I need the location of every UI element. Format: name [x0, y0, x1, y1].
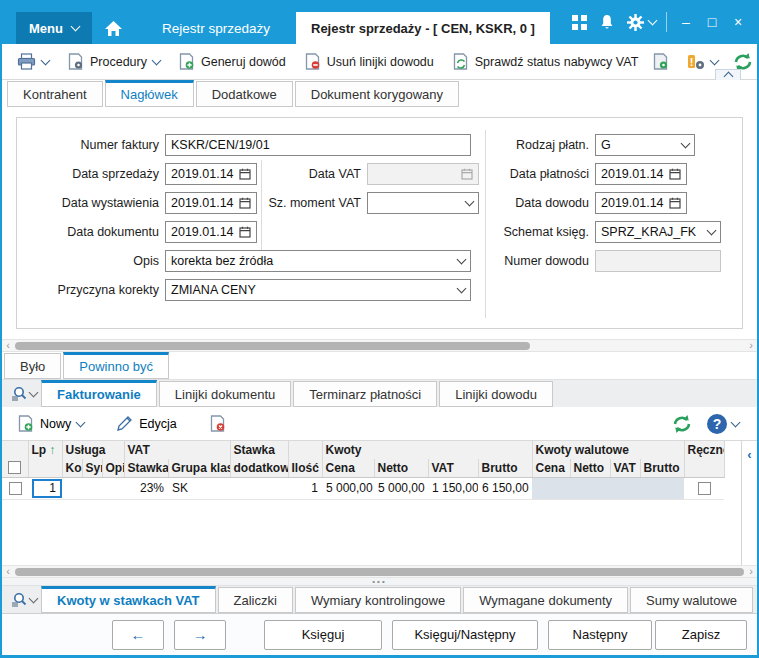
generuj-dowod-button[interactable]: Generuj dowód — [173, 49, 291, 74]
tab-powinno-byc[interactable]: Powinno być — [63, 352, 169, 379]
active-document-tab[interactable]: Rejestr sprzedaży - [ CEN, KSKR, 0 ] — [296, 12, 550, 44]
col-stawka-header[interactable]: Stawka — [124, 459, 168, 477]
tab-linijki-dokumentu[interactable]: Linijki dokumentu — [159, 381, 291, 407]
stawka-cell[interactable]: 23% — [124, 477, 168, 499]
tab-wymiary-kontrolingowe[interactable]: Wymiary kontrolingowe — [295, 587, 461, 613]
scroll-right-icon[interactable]: › — [745, 566, 757, 577]
focused-cell[interactable]: 1 — [32, 479, 62, 498]
tab-sumy-walutowe[interactable]: Sumy walutowe — [630, 587, 753, 613]
col-vat-header[interactable]: VAT — [428, 459, 478, 477]
col-vat-wal-header[interactable]: VAT — [610, 459, 640, 477]
reczne-cell[interactable] — [684, 477, 724, 499]
ksieguj-nastepny-button[interactable]: Księguj/Następny — [392, 620, 538, 650]
col-reczne-header[interactable]: Ręczne — [684, 441, 724, 459]
col-brutto-header[interactable]: Brutto — [478, 459, 532, 477]
scrollbar-thumb[interactable] — [15, 342, 530, 350]
col-netto-wal-header[interactable]: Netto — [570, 459, 610, 477]
grupa-klas-cell[interactable]: SK — [168, 477, 230, 499]
menu-button[interactable]: Menu — [16, 12, 92, 44]
ksieguj-button[interactable]: Księguj — [264, 620, 382, 650]
col-grupa-klas-header[interactable]: Grupa klas. — [168, 459, 230, 477]
tab-kontrahent[interactable]: Kontrahent — [7, 81, 103, 107]
previous-record-button[interactable]: ← — [112, 620, 164, 650]
dodatkowa-cell[interactable] — [230, 477, 288, 499]
group-kwoty-header[interactable]: Kwoty — [322, 441, 532, 459]
scroll-left-icon[interactable]: ‹ — [2, 340, 14, 351]
usun-linijki-button[interactable]: Usuń linijki dowodu — [299, 49, 439, 74]
rodzaj-platn-select[interactable]: G — [595, 134, 695, 156]
grid-filter-button[interactable] — [7, 386, 41, 402]
group-usluga-header[interactable]: Usługa — [62, 441, 124, 459]
calendar-icon[interactable] — [669, 197, 681, 209]
data-dowodu-field[interactable]: 2019.01.14 — [595, 192, 687, 214]
tab-kwoty-w-stawkach-vat[interactable]: Kwoty w stawkach VAT — [41, 586, 216, 613]
select-all-cell[interactable] — [2, 459, 28, 477]
tab-dodatkowe[interactable]: Dodatkowe — [196, 81, 293, 107]
row-checkbox[interactable] — [9, 482, 22, 495]
calendar-icon[interactable] — [239, 168, 251, 180]
vat-cell[interactable]: 1 150,00 — [428, 477, 478, 499]
next-record-button[interactable]: → — [174, 620, 226, 650]
syn-cell[interactable] — [82, 477, 102, 499]
sprawdz-vat-button[interactable]: Sprawdź status nabywcy VAT — [447, 49, 644, 74]
scroll-left-icon[interactable]: ‹ — [2, 566, 14, 577]
opis-cell[interactable] — [102, 477, 124, 499]
toolbar-collapse-button[interactable] — [715, 69, 741, 80]
col-ilosc-header[interactable]: Ilość — [288, 459, 322, 477]
bottom-filter-button[interactable] — [7, 592, 41, 608]
lp-cell[interactable]: 1 — [28, 477, 62, 499]
table-row[interactable]: 1 23% SK 1 5 000,00 5 000,00 1 150,00 6 … — [2, 477, 724, 499]
maximize-button[interactable]: □ — [699, 8, 725, 36]
tab-dokument-korygowany[interactable]: Dokument korygowany — [295, 81, 459, 107]
netto-cell[interactable]: 5 000,00 — [374, 477, 428, 499]
opis-select[interactable]: korekta bez źródła — [165, 250, 471, 272]
col-opis-header[interactable]: Opis — [102, 459, 124, 477]
group-vat-header[interactable]: VAT — [124, 441, 230, 459]
scroll-right-icon[interactable]: › — [745, 340, 757, 351]
usun-wiersz-button[interactable] — [204, 411, 231, 436]
titlebar-nav-rejestr-sprzedazy[interactable]: Rejestr sprzedaży — [136, 12, 296, 44]
vat-settings-button[interactable] — [647, 49, 674, 74]
panel-splitter[interactable]: ••• — [2, 578, 757, 585]
refresh-icon[interactable] — [671, 414, 693, 434]
edycja-button[interactable]: Edycja — [111, 411, 182, 436]
nowy-button[interactable]: Nowy — [12, 411, 89, 436]
settings-button[interactable] — [621, 8, 649, 36]
col-cena-header[interactable]: Cena — [322, 459, 374, 477]
nastepny-button[interactable]: Następny — [548, 620, 652, 650]
grid-help-button[interactable]: ? — [707, 414, 739, 434]
tab-fakturowanie[interactable]: Fakturowanie — [41, 380, 157, 407]
close-button[interactable]: × — [725, 8, 751, 36]
col-dodatkowa-header[interactable]: dodatkowa — [230, 459, 288, 477]
schemat-ksieg-select[interactable]: SPRZ_KRAJ_FK — [595, 221, 721, 243]
calendar-icon[interactable] — [239, 197, 251, 209]
col-netto-header[interactable]: Netto — [374, 459, 428, 477]
calendar-icon[interactable] — [669, 168, 681, 180]
cena-cell[interactable]: 5 000,00 — [322, 477, 374, 499]
tab-linijki-dowodu[interactable]: Linijki dowodu — [439, 381, 553, 407]
apps-grid-button[interactable] — [565, 8, 593, 36]
tab-bylo[interactable]: Było — [4, 353, 61, 379]
horizontal-scrollbar-bottom[interactable]: ‹ › — [2, 565, 757, 578]
data-platnosci-field[interactable]: 2019.01.14 — [595, 163, 687, 185]
calendar-icon[interactable] — [239, 226, 251, 238]
kos-cell[interactable] — [62, 477, 82, 499]
minimize-button[interactable]: – — [673, 8, 699, 36]
tab-naglowek[interactable]: Nagłówek — [105, 80, 194, 107]
col-lp-header[interactable]: Lp↑ — [28, 441, 62, 459]
col-cena-wal-header[interactable]: Cena — [532, 459, 570, 477]
tab-terminarz-platnosci[interactable]: Terminarz płatności — [293, 381, 437, 407]
notifications-button[interactable] — [593, 8, 621, 36]
row-select-cell[interactable] — [2, 477, 28, 499]
data-wystawienia-field[interactable]: 2019.01.14 — [165, 192, 257, 214]
home-button[interactable] — [92, 12, 136, 44]
przyczyna-korekty-select[interactable]: ZMIANA CENY — [165, 279, 471, 301]
horizontal-scrollbar[interactable]: ‹ › — [2, 339, 757, 352]
col-stawka-dodatkowa-header[interactable]: Stawka — [230, 441, 288, 459]
print-button[interactable] — [12, 49, 54, 74]
group-kwoty-walutowe-header[interactable]: Kwoty walutowe — [532, 441, 684, 459]
ilosc-cell[interactable]: 1 — [288, 477, 322, 499]
collapse-side-panel[interactable]: ‹ — [741, 441, 757, 565]
reczne-checkbox[interactable] — [698, 482, 711, 495]
zapisz-button[interactable]: Zapisz — [655, 620, 747, 650]
